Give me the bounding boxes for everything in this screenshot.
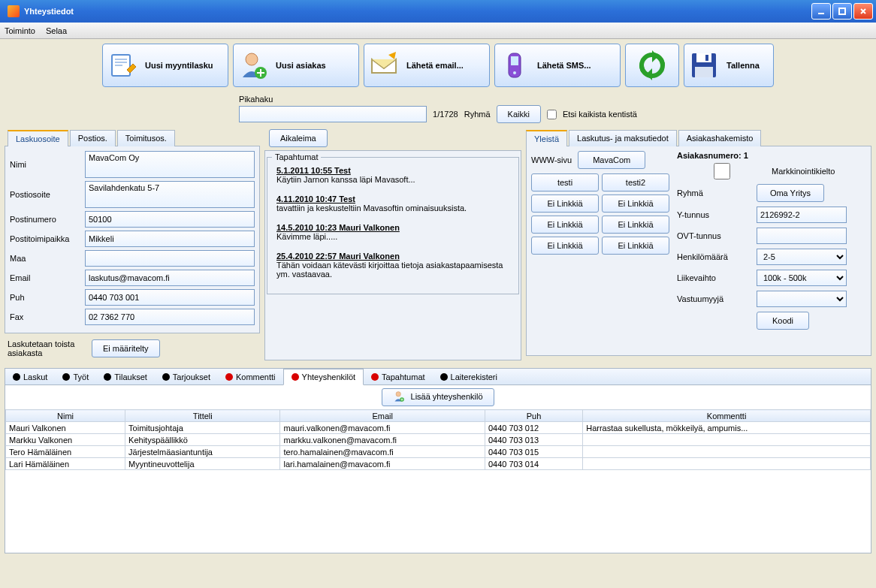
- svg-rect-10: [705, 55, 708, 61]
- kaikki-button[interactable]: Kaikki: [497, 105, 541, 123]
- vastuumyyja-select[interactable]: [757, 291, 847, 307]
- postitoimipaikka-input[interactable]: [85, 231, 255, 247]
- send-sms-button[interactable]: Lähetä SMS...: [494, 44, 621, 87]
- save-label: Tallenna: [726, 61, 760, 70]
- invoice-icon: [106, 49, 139, 82]
- cell-nimi: Tero Hämäläinen: [6, 446, 125, 458]
- fax-input[interactable]: [85, 309, 255, 325]
- table-row[interactable]: Markku ValkonenKehityspäällikkömarkku.va…: [6, 434, 871, 446]
- tab-laskut[interactable]: Laskut: [5, 369, 55, 384]
- tab-tilaukset[interactable]: Tilaukset: [96, 369, 155, 384]
- tab-laskuosoite[interactable]: Laskuosoite: [8, 130, 68, 146]
- table-row[interactable]: Tero HämäläinenJärjestelmäasiantuntijate…: [6, 446, 871, 458]
- postiosoite-input[interactable]: Savilahdenkatu 5-7: [85, 181, 255, 208]
- send-email-button[interactable]: Lähetä email...: [364, 44, 490, 87]
- ryhma-button[interactable]: Oma Yritys: [757, 184, 824, 202]
- event-entry: 5.1.2011 10:55 TestKäytiin Jarnon kanssa…: [276, 166, 509, 184]
- save-button[interactable]: Tallenna: [684, 44, 774, 87]
- tab-kommentti[interactable]: Kommentti: [218, 369, 283, 384]
- search-all-checkbox[interactable]: [547, 110, 557, 119]
- puh-label: Puh: [10, 293, 85, 302]
- refresh-button[interactable]: [625, 44, 679, 87]
- address-panel: NimiMavaCom Oy PostiosoiteSavilahdenkatu…: [5, 146, 260, 333]
- quicksearch-input[interactable]: [239, 106, 427, 122]
- postinumero-label: Postinumero: [10, 215, 85, 224]
- tab-postios[interactable]: Postios.: [70, 130, 116, 146]
- link-mavacom[interactable]: MavaCom: [578, 151, 645, 169]
- dot-icon: [62, 373, 70, 381]
- tab-tarjoukset[interactable]: Tarjoukset: [155, 369, 218, 384]
- maa-input[interactable]: [85, 250, 255, 267]
- vastuumyyja-label: Vastuumyyjä: [677, 294, 752, 303]
- col-nimi[interactable]: Nimi: [6, 410, 125, 422]
- link-button[interactable]: Ei Linkkiä: [531, 216, 599, 234]
- quick-search-bar: Pikahaku 1/1728 Ryhmä Kaikki Etsi kaikis…: [0, 95, 876, 123]
- cell-titteli: Myyntineuvottelija: [125, 458, 280, 470]
- minimize-button[interactable]: [811, 3, 831, 20]
- tab-tyot[interactable]: Työt: [55, 369, 96, 384]
- cell-puh: 0440 703 012: [485, 422, 582, 434]
- col-kommentti[interactable]: Kommentti: [583, 410, 871, 422]
- contacts-table: Nimi Titteli Email Puh Kommentti Mauri V…: [5, 409, 871, 470]
- dot-icon: [371, 373, 379, 381]
- new-invoice-button[interactable]: Uusi myyntilasku: [102, 44, 228, 87]
- event-entry: 4.11.2010 10:47 Testtavattiin ja keskust…: [276, 194, 509, 213]
- col-titteli[interactable]: Titteli: [125, 410, 280, 422]
- new-customer-button[interactable]: Uusi asiakas: [233, 44, 359, 87]
- menu-toiminto[interactable]: Toiminto: [5, 26, 35, 35]
- cell-puh: 0440 703 014: [485, 458, 582, 470]
- ovt-input[interactable]: [757, 228, 847, 244]
- aikaleima-button[interactable]: Aikaleima: [269, 129, 328, 147]
- henkilomaara-select[interactable]: 2-5: [757, 249, 847, 265]
- window-title: Yhteystiedot: [24, 7, 811, 16]
- col-puh[interactable]: Puh: [485, 410, 582, 422]
- tab-laiterekisteri[interactable]: Laiterekisteri: [433, 369, 505, 384]
- cell-kommentti: [583, 458, 871, 470]
- markkinointikielto-checkbox[interactable]: [677, 163, 767, 179]
- liikevaihto-label: Liikevaihto: [677, 273, 752, 282]
- menu-bar: Toiminto Selaa: [0, 23, 876, 39]
- link-button[interactable]: Ei Linkkiä: [602, 194, 669, 213]
- table-row[interactable]: Mauri ValkonenToimitusjohtajamauri.valko…: [6, 422, 871, 434]
- www-label: WWW-sivu: [531, 155, 572, 164]
- ytunnus-input[interactable]: [757, 207, 847, 223]
- puh-input[interactable]: [85, 289, 255, 306]
- bill-other-button[interactable]: Ei määritelty: [92, 339, 160, 357]
- tab-tapahtumat[interactable]: Tapahtumat: [364, 369, 432, 384]
- tab-yleista[interactable]: Yleistä: [526, 130, 567, 146]
- svg-rect-0: [818, 13, 824, 14]
- email-input[interactable]: [85, 270, 255, 286]
- send-email-label: Lähetä email...: [406, 61, 464, 70]
- cell-puh: 0440 703 013: [485, 434, 582, 446]
- svg-point-12: [396, 392, 400, 397]
- tab-asiakashakemisto[interactable]: Asiakashakemisto: [678, 130, 762, 146]
- link-button[interactable]: testi: [531, 173, 599, 191]
- event-heading: 4.11.2010 10:47 Test: [276, 194, 509, 204]
- tab-yhteyshenkilot[interactable]: Yhteyshenkilöt: [283, 369, 364, 385]
- ytunnus-label: Y-tunnus: [677, 210, 752, 219]
- link-button[interactable]: Ei Linkkiä: [602, 216, 669, 234]
- tab-toimitusos[interactable]: Toimitusos.: [117, 130, 175, 146]
- quicksearch-label: Pikahaku: [239, 95, 636, 104]
- svg-rect-11: [695, 67, 713, 77]
- koodi-button[interactable]: Koodi: [757, 312, 809, 330]
- tab-laskutus[interactable]: Laskutus- ja maksutiedot: [569, 130, 677, 146]
- cell-email: markku.valkonen@mavacom.fi: [280, 434, 485, 446]
- nimi-input[interactable]: MavaCom Oy: [85, 151, 255, 178]
- maximize-button[interactable]: [832, 3, 852, 20]
- link-button[interactable]: Ei Linkkiä: [531, 237, 599, 255]
- event-entry: 14.5.2010 10:23 Mauri ValkonenKävimme lä…: [276, 223, 509, 241]
- close-button[interactable]: [853, 3, 873, 20]
- link-button[interactable]: Ei Linkkiä: [531, 194, 599, 213]
- menu-selaa[interactable]: Selaa: [46, 26, 67, 35]
- link-button[interactable]: testi2: [602, 173, 669, 191]
- cell-titteli: Kehityspäällikkö: [125, 434, 280, 446]
- event-heading: 14.5.2010 10:23 Mauri Valkonen: [276, 223, 509, 232]
- table-row[interactable]: Lari HämäläinenMyyntineuvottelijalari.ha…: [6, 458, 871, 470]
- postiosoite-label: Postiosoite: [10, 190, 85, 199]
- liikevaihto-select[interactable]: 100k - 500k: [757, 270, 847, 286]
- add-contact-button[interactable]: Lisää yhteyshenkilö: [382, 388, 494, 406]
- postinumero-input[interactable]: [85, 211, 255, 228]
- link-button[interactable]: Ei Linkkiä: [602, 237, 669, 255]
- col-email[interactable]: Email: [280, 410, 485, 422]
